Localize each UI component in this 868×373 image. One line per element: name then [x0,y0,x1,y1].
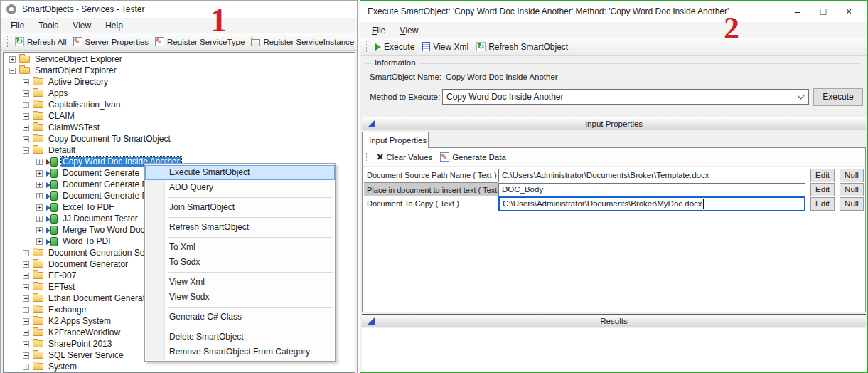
input-properties-header[interactable]: Input Properties [362,117,866,130]
context-menu-item-delete-smartobject[interactable]: Delete SmartObject [145,330,335,345]
register-serviceinstance-button[interactable]: Register ServiceInstance [249,36,356,47]
method-dropdown[interactable]: Copy Word Doc Inside Another [442,89,809,105]
execute-toolbar-button[interactable]: Execute [373,41,417,53]
expander-plus-icon[interactable] [36,182,43,188]
expander-plus-icon[interactable] [23,295,29,302]
clear-values-button[interactable]: ×Clear Values [375,152,434,162]
context-menu-item-remove-from-category[interactable]: Remove SmartObject From Category [145,345,335,359]
property-row-selected: Place in document to insert text ( Text … [364,182,864,196]
execute-button[interactable]: Execute [813,88,863,106]
expander-plus-icon[interactable] [23,90,29,97]
expander-plus-icon[interactable] [23,273,29,279]
generate-data-button[interactable]: Generate Data [438,152,508,162]
expander-plus-icon[interactable] [36,193,43,199]
expander-plus-icon[interactable] [36,227,43,233]
expander-plus-icon[interactable] [23,330,29,336]
context-menu-item-view-xml[interactable]: View Xml [145,275,335,290]
tab-input-properties[interactable]: Input Properties [362,132,429,148]
expander-plus-icon[interactable] [23,136,29,142]
expander-plus-icon[interactable] [23,352,29,359]
null-button[interactable]: Null [840,183,864,196]
edit-button[interactable]: Edit [810,169,835,182]
folder-icon [33,78,43,85]
expander-plus-icon[interactable] [23,102,29,108]
register-type-icon [155,37,164,46]
expander-plus-icon[interactable] [23,364,29,370]
edit-button[interactable]: Edit [810,197,835,211]
context-menu-item-generate-csharp-class[interactable]: Generate C# Class [145,310,335,325]
expander-plus-icon[interactable] [36,159,43,165]
tree-item[interactable]: Copy Document To SmartObject [4,133,355,145]
tree-item[interactable]: Apps [4,88,355,99]
window-title: Execute SmartObject: 'Copy Word Doc Insi… [368,6,729,16]
expander-plus-icon[interactable] [23,307,29,313]
edit-page-icon [73,37,82,46]
results-header[interactable]: Results [362,314,866,327]
toolbar-grip[interactable] [6,36,8,47]
expander-plus-icon[interactable] [23,250,29,256]
expander-plus-icon[interactable] [23,79,29,85]
expander-plus-icon[interactable] [36,170,43,177]
annotation-marker-2: 2 [724,10,739,46]
property-value-input[interactable]: DOC_Body [498,183,805,196]
tree-item[interactable]: Active Directory [4,76,355,88]
menu-file[interactable]: File [4,18,31,33]
smartobject-icon [46,180,58,189]
menu-view[interactable]: View [392,22,425,38]
close-icon[interactable]: × [836,6,862,17]
collapse-triangle-icon[interactable] [368,120,375,127]
toolbar-grip[interactable] [366,152,368,162]
expander-plus-icon[interactable] [23,125,29,131]
context-menu-item-ado-query[interactable]: ADO Query [145,180,335,195]
context-menu-item-execute-smartobject[interactable]: Execute SmartObject [145,165,335,180]
context-menu-item-view-sodx[interactable]: View Sodx [145,290,335,305]
menu-view[interactable]: View [65,18,98,33]
tree-item-default-folder[interactable]: Default [4,145,355,156]
null-button[interactable]: Null [840,169,864,182]
tree-item[interactable]: Capitalisation_Ivan [4,99,355,110]
null-button[interactable]: Null [840,197,864,211]
expander-plus-icon[interactable] [23,261,29,268]
context-menu-item-join-smartobject[interactable]: Join SmartObject [145,200,335,215]
property-value-input-focused[interactable]: C:\Users\Administrator\Documents\Broker\… [498,196,805,211]
minimize-icon[interactable]: – [785,6,810,17]
x-icon: × [377,152,383,162]
context-menu-item-refresh-smartobject[interactable]: Refresh SmartObject [145,220,335,235]
expander-minus-icon[interactable] [23,147,29,154]
information-groupbox: Information [365,63,860,64]
property-label[interactable]: Document Source Path Name ( Text ) [364,168,498,182]
expander-minus-icon[interactable] [9,68,16,74]
property-value-input[interactable]: C:\Users\Administrator\Documents\Broker\… [498,169,805,182]
server-properties-button[interactable]: Server Properties [71,36,151,47]
expander-plus-icon[interactable] [36,238,43,245]
refresh-smartobject-button[interactable]: Refresh SmartObject [474,41,570,53]
property-label[interactable]: Document To Copy ( Text ) [364,196,498,211]
expander-plus-icon[interactable] [23,113,29,120]
view-xml-button[interactable]: View Xml [420,41,471,53]
folder-icon [33,317,43,325]
collapse-triangle-icon[interactable] [368,317,375,325]
tree-item[interactable]: SmartObject Explorer [4,65,355,76]
tree-item[interactable]: ServiceObject Explorer [4,53,355,65]
maximize-icon[interactable]: □ [810,6,836,17]
register-servicetype-button[interactable]: Register ServiceType [153,36,247,47]
expander-plus-icon[interactable] [36,204,43,211]
expander-plus-icon[interactable] [36,216,43,222]
title-bar[interactable]: SmartObjects - Services - Tester [1,1,357,18]
edit-button[interactable]: Edit [810,183,835,196]
property-label[interactable]: Place in document to insert text ( Text … [364,182,498,196]
context-menu-item-to-xml[interactable]: To Xml [145,240,335,255]
toolbar-grip[interactable] [365,41,367,52]
menu-help[interactable]: Help [98,18,130,33]
refresh-all-button[interactable]: Refresh All [13,36,69,47]
menu-file[interactable]: File [365,22,392,38]
tree-item[interactable]: System [4,361,355,372]
expander-plus-icon[interactable] [9,56,16,63]
tree-item[interactable]: CLAIM [4,110,355,122]
tree-item[interactable]: ClaimWSTest [4,122,355,133]
context-menu-item-to-sodx[interactable]: To Sodx [145,255,335,270]
expander-plus-icon[interactable] [23,341,29,347]
expander-plus-icon[interactable] [23,318,29,325]
expander-plus-icon[interactable] [23,284,29,290]
menu-tools[interactable]: Tools [31,18,65,33]
